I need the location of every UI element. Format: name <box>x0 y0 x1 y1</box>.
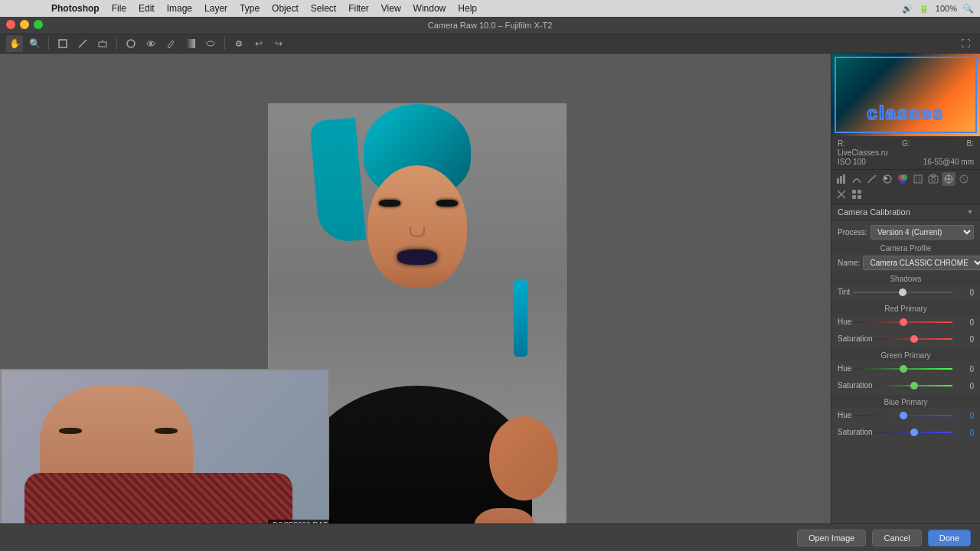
green-sat-thumb[interactable] <box>910 382 918 390</box>
panel-tool-effects[interactable] <box>835 187 848 201</box>
rgb-values: R: G: B: <box>838 139 974 148</box>
green-sat-slider[interactable] <box>876 380 952 392</box>
gradient-filter[interactable] <box>182 35 199 52</box>
hand-tool[interactable]: ✋ <box>6 35 23 52</box>
cancel-button[interactable]: Cancel <box>872 530 921 546</box>
menu-image[interactable]: Image <box>162 0 198 17</box>
green-sat: Saturation 0 <box>831 378 980 393</box>
blue-sat-row: Saturation 0 <box>838 426 974 439</box>
svg-point-4 <box>127 40 135 47</box>
panel-tool-basic[interactable] <box>850 172 864 186</box>
collapse-button[interactable]: ▼ <box>966 208 974 216</box>
panel-tool-hsl[interactable] <box>880 172 894 186</box>
svg-point-15 <box>884 177 887 180</box>
panel-tools <box>831 169 980 204</box>
blue-hue-slider[interactable] <box>854 409 952 422</box>
svg-rect-30 <box>852 190 856 194</box>
man-eye-left <box>59 428 82 434</box>
red-primary-header: Red Primary <box>831 302 980 315</box>
shadows-header: Shadows <box>831 272 980 285</box>
radial-filter[interactable] <box>202 35 219 52</box>
search-icon[interactable]: 🔍 <box>963 4 974 14</box>
blue-sat-thumb[interactable] <box>910 429 918 436</box>
panel-tool-calibrate[interactable] <box>942 172 956 186</box>
green-hue-thumb[interactable] <box>900 365 907 373</box>
panel-tool-presets[interactable] <box>850 187 864 201</box>
panel-tool-lens[interactable] <box>957 172 971 186</box>
fullscreen-toggle[interactable]: ⛶ <box>957 35 974 52</box>
menu-window[interactable]: Window <box>408 0 452 17</box>
svg-rect-11 <box>837 178 839 184</box>
preferences-tool[interactable] <box>230 35 247 52</box>
panel-tool-histogram[interactable] <box>835 172 848 186</box>
tint-thumb[interactable] <box>899 289 906 296</box>
transform-tool[interactable] <box>94 35 111 52</box>
red-hue-thumb[interactable] <box>900 318 907 326</box>
shadows-tint: Tint 0 <box>831 285 980 300</box>
crop-tool[interactable] <box>54 35 71 52</box>
r-label: R: <box>838 139 845 148</box>
menu-photoshop[interactable]: Photoshop <box>46 0 105 17</box>
svg-rect-7 <box>186 39 195 48</box>
menu-edit[interactable]: Edit <box>133 0 160 17</box>
photo-nose <box>410 227 425 237</box>
calibration-header: Camera Calibration ▼ <box>831 204 980 220</box>
undo-tool[interactable]: ↩ <box>250 35 267 52</box>
wifi-icon: 🔊 <box>902 4 913 14</box>
red-hue-slider[interactable] <box>854 316 952 328</box>
svg-line-1 <box>79 40 87 47</box>
iso-info: ISO 100 <box>838 158 866 166</box>
adjustment-brush[interactable] <box>162 35 179 52</box>
tint-row: Tint 0 <box>838 286 974 298</box>
minimize-button[interactable] <box>20 20 29 29</box>
profile-name-select[interactable]: Camera CLASSIC CHROME <box>863 256 980 270</box>
panel-tool-detail[interactable] <box>911 172 925 186</box>
red-sat-label: Saturation <box>838 334 873 343</box>
blue-sat-slider[interactable] <box>876 426 952 439</box>
blue-sat-value: 0 <box>956 429 974 437</box>
man-eye-right <box>155 428 178 434</box>
done-button[interactable]: Done <box>928 530 971 546</box>
red-sat-slider[interactable] <box>876 333 952 345</box>
panel-tool-tonecurve[interactable] <box>865 172 879 186</box>
process-select[interactable]: Version 4 (Current) <box>871 225 974 240</box>
filename-info: LiveClasses.ru <box>838 148 974 157</box>
menu-help[interactable]: Help <box>452 0 482 17</box>
open-image-button[interactable]: Open Image <box>797 530 867 546</box>
process-label: Process: <box>838 228 867 236</box>
toolbar: ✋ 🔍 ↩ ↪ ⛶ <box>0 34 980 54</box>
svg-point-10 <box>238 43 240 44</box>
redeye-tool[interactable] <box>142 35 159 52</box>
menu-layer[interactable]: Layer <box>199 0 233 17</box>
menu-filter[interactable]: Filter <box>343 0 374 17</box>
blue-hue-thumb[interactable] <box>900 412 907 419</box>
menu-file[interactable]: File <box>106 0 132 17</box>
tint-slider[interactable] <box>853 286 952 298</box>
battery-icon: 🔋 <box>919 4 929 14</box>
menu-object[interactable]: Object <box>266 0 304 17</box>
blue-hue-label: Hue <box>838 411 851 419</box>
red-sat-thumb[interactable] <box>910 335 918 343</box>
green-hue-slider[interactable] <box>854 363 952 375</box>
spot-removal-tool[interactable] <box>122 35 139 52</box>
redo-tool[interactable]: ↪ <box>270 35 287 52</box>
menu-select[interactable]: Select <box>305 0 341 17</box>
svg-point-18 <box>900 178 906 184</box>
svg-rect-31 <box>858 190 861 194</box>
panel-tool-camera[interactable] <box>926 172 940 186</box>
close-button[interactable] <box>6 20 15 29</box>
zoom-tool[interactable]: 🔍 <box>26 35 43 52</box>
green-sat-value: 0 <box>956 382 974 390</box>
green-sat-row: Saturation 0 <box>838 380 974 392</box>
photo-lips <box>397 249 437 265</box>
red-hue-label: Hue <box>838 318 851 326</box>
maximize-button[interactable] <box>34 20 43 29</box>
menu-view[interactable]: View <box>376 0 407 17</box>
green-hue: Hue 0 <box>831 361 980 377</box>
panel-tool-colormix[interactable] <box>896 172 910 186</box>
zoom-level: 100% <box>936 4 957 13</box>
red-hue-track <box>854 321 952 323</box>
menu-type[interactable]: Type <box>234 0 265 17</box>
red-sat-track <box>876 338 952 340</box>
straighten-tool[interactable] <box>74 35 91 52</box>
